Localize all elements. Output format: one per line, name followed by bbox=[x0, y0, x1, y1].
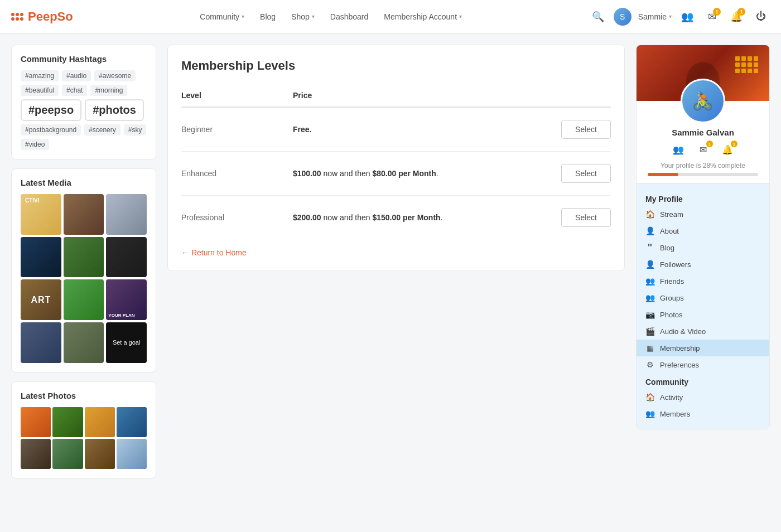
media-item[interactable] bbox=[21, 237, 61, 278]
menu-item-followers[interactable]: 👤 Followers bbox=[637, 256, 769, 273]
photo-item[interactable] bbox=[117, 407, 147, 437]
header: PeepSo Community ▾ Blog Shop ▾ Dashboard… bbox=[0, 0, 781, 33]
chevron-down-icon: ▾ bbox=[312, 13, 315, 20]
hashtags-list: #amazing #audio #awesome #beautiful #cha… bbox=[21, 70, 147, 150]
progress-fill bbox=[648, 173, 678, 176]
membership-table: Level Price Beginner Free. Select bbox=[181, 84, 611, 239]
menu-item-friends[interactable]: 👥 Friends bbox=[637, 273, 769, 289]
messages-button[interactable]: ✉ 1 bbox=[703, 8, 721, 26]
profile-icons: 👥 ✉ 1 🔔 1 bbox=[643, 142, 763, 157]
latest-photos-card: Latest Photos bbox=[11, 381, 156, 479]
messages-icon-button[interactable]: ✉ 1 bbox=[695, 142, 711, 157]
membership-icon: ▦ bbox=[645, 344, 654, 352]
avatar[interactable]: 🚴 bbox=[681, 79, 725, 123]
menu-item-audio-video[interactable]: 🎬 Audio & Video bbox=[637, 323, 769, 340]
hashtag-morning[interactable]: #morning bbox=[90, 85, 127, 96]
media-item[interactable]: YOUR PLAN bbox=[106, 279, 147, 320]
chevron-down-icon: ▾ bbox=[669, 13, 672, 20]
menu-item-members[interactable]: 👥 Members bbox=[637, 405, 769, 422]
menu-item-stream[interactable]: 🏠 Stream bbox=[637, 206, 769, 223]
hashtag-sky[interactable]: #sky bbox=[124, 124, 147, 136]
table-row: Professional $200.00 now and then $150.0… bbox=[181, 196, 611, 240]
home-icon: 🏠 bbox=[645, 210, 654, 219]
activity-home-icon: 🏠 bbox=[645, 393, 654, 402]
media-item[interactable]: CTIVI bbox=[21, 194, 61, 235]
quote-icon: " bbox=[645, 243, 654, 252]
profile-info: Sammie Galvan 👥 ✉ 1 🔔 1 Your profile is … bbox=[637, 123, 769, 183]
avatar[interactable]: S bbox=[614, 8, 631, 26]
photo-item[interactable] bbox=[85, 407, 115, 437]
hashtag-video[interactable]: #video bbox=[21, 139, 49, 150]
photo-item[interactable] bbox=[21, 407, 51, 437]
power-button[interactable]: ⏻ bbox=[752, 8, 770, 26]
notifications-icon-button[interactable]: 🔔 1 bbox=[720, 142, 735, 157]
media-grid: CTIVI ART YOUR PLAN Set a goal bbox=[21, 194, 147, 363]
photo-item[interactable] bbox=[52, 439, 83, 469]
my-profile-section-title: My Profile bbox=[637, 190, 769, 206]
menu-item-preferences[interactable]: ⚙ Preferences bbox=[637, 356, 769, 373]
hashtag-peepso[interactable]: #peepso bbox=[21, 99, 81, 121]
select-professional-button[interactable]: Select bbox=[561, 208, 611, 227]
photo-item[interactable] bbox=[117, 439, 147, 469]
media-item[interactable]: Set a goal bbox=[106, 322, 147, 363]
friends-icon-button[interactable]: 👥 bbox=[671, 142, 686, 157]
media-label: Set a goal bbox=[113, 339, 141, 346]
price-cell: $200.00 now and then $150.00 per Month. bbox=[293, 196, 538, 240]
return-home-link[interactable]: ← Return to Home bbox=[181, 248, 247, 257]
price-cell: Free. bbox=[293, 107, 538, 152]
menu-label: Preferences bbox=[660, 361, 699, 369]
photo-item[interactable] bbox=[85, 439, 115, 469]
hashtag-photos[interactable]: #photos bbox=[85, 99, 144, 121]
friends-button[interactable]: 👥 bbox=[678, 8, 696, 26]
nav-membership-account[interactable]: Membership Account ▾ bbox=[377, 8, 469, 26]
photo-item[interactable] bbox=[21, 439, 51, 469]
logo-text: PeepSo bbox=[28, 9, 73, 24]
hashtag-scenery[interactable]: #scenery bbox=[84, 124, 120, 136]
menu-item-blog[interactable]: " Blog bbox=[637, 239, 769, 256]
hashtag-audio[interactable]: #audio bbox=[62, 70, 91, 81]
select-enhanced-button[interactable]: Select bbox=[561, 164, 611, 183]
media-item[interactable] bbox=[64, 322, 104, 363]
media-item[interactable] bbox=[106, 194, 147, 235]
menu-label: Stream bbox=[660, 210, 683, 219]
menu-label: Activity bbox=[660, 393, 683, 402]
menu-label: About bbox=[660, 227, 679, 235]
photo-item[interactable] bbox=[52, 407, 83, 437]
profile-menu: My Profile 🏠 Stream 👤 About " Blog 👤 Fol… bbox=[637, 183, 769, 429]
table-row: Enhanced $100.00 now and then $80.00 per… bbox=[181, 152, 611, 196]
menu-item-activity[interactable]: 🏠 Activity bbox=[637, 389, 769, 405]
hashtag-beautiful[interactable]: #beautiful bbox=[21, 85, 59, 96]
hashtag-postbackground[interactable]: #postbackground bbox=[21, 124, 81, 136]
groups-icon: 👥 bbox=[645, 293, 654, 302]
hashtag-amazing[interactable]: #amazing bbox=[21, 70, 59, 81]
col-level: Level bbox=[181, 84, 293, 107]
nav-dashboard[interactable]: Dashboard bbox=[324, 8, 375, 26]
media-item[interactable] bbox=[106, 237, 147, 278]
followers-icon: 👤 bbox=[645, 260, 654, 269]
media-item[interactable] bbox=[64, 237, 104, 278]
nav-community[interactable]: Community ▾ bbox=[193, 8, 251, 26]
user-name-button[interactable]: Sammie ▾ bbox=[638, 12, 672, 21]
nav-blog[interactable]: Blog bbox=[253, 8, 282, 26]
select-beginner-button[interactable]: Select bbox=[561, 120, 611, 139]
profile-complete-text: Your profile is 28% complete bbox=[643, 162, 763, 170]
hashtag-awesome[interactable]: #awesome bbox=[94, 70, 136, 81]
menu-item-photos[interactable]: 📷 Photos bbox=[637, 306, 769, 323]
friends-icon: 👥 bbox=[645, 277, 654, 286]
menu-label: Groups bbox=[660, 294, 684, 302]
menu-item-membership[interactable]: ▦ Membership bbox=[637, 340, 769, 356]
hashtag-chat[interactable]: #chat bbox=[62, 85, 87, 96]
media-item[interactable]: ART bbox=[21, 279, 61, 320]
menu-label: Audio & Video bbox=[660, 327, 706, 336]
media-item[interactable] bbox=[21, 322, 61, 363]
notifications-button[interactable]: 🔔 1 bbox=[727, 8, 745, 26]
menu-item-about[interactable]: 👤 About bbox=[637, 223, 769, 239]
nav-shop[interactable]: Shop ▾ bbox=[285, 8, 321, 26]
menu-item-groups[interactable]: 👥 Groups bbox=[637, 289, 769, 306]
gear-icon: ⚙ bbox=[645, 360, 654, 369]
media-item[interactable] bbox=[64, 279, 104, 320]
page-title: Membership Levels bbox=[181, 59, 611, 73]
search-button[interactable]: 🔍 bbox=[589, 8, 607, 26]
logo[interactable]: PeepSo bbox=[11, 9, 73, 24]
media-item[interactable] bbox=[64, 194, 104, 235]
